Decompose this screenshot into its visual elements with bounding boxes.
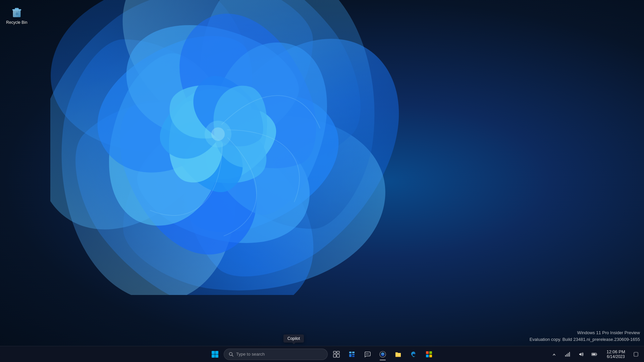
chevron-up-icon [552, 352, 556, 357]
desktop: ♻ Recycle Bin Copilot Windows 11 Pro Ins… [0, 0, 644, 362]
widgets-icon [348, 351, 355, 358]
svg-rect-5 [15, 9, 18, 9]
battery-button[interactable] [589, 348, 600, 361]
recycle-bin-icon[interactable]: ♻ Recycle Bin [3, 3, 30, 27]
network-icon [565, 352, 570, 357]
clock-date: 6/14/2023 [607, 354, 625, 359]
show-hidden-icons-button[interactable] [549, 348, 559, 361]
clock-time: 12:06 PM [606, 349, 625, 354]
search-icon [229, 352, 233, 357]
svg-rect-34 [565, 355, 566, 357]
svg-rect-19 [337, 354, 339, 357]
windows-logo-icon [211, 351, 219, 358]
svg-rect-37 [569, 352, 570, 357]
svg-line-6 [14, 11, 15, 16]
file-explorer-button[interactable] [391, 348, 405, 361]
chat-button[interactable] [361, 348, 374, 361]
svg-rect-41 [634, 352, 638, 356]
svg-text:♻: ♻ [15, 12, 18, 16]
clock-button[interactable]: 12:06 PM 6/14/2023 [602, 349, 629, 360]
svg-rect-35 [567, 354, 567, 357]
svg-rect-12 [212, 354, 215, 358]
svg-rect-21 [352, 352, 355, 353]
copilot-icon [379, 351, 386, 358]
notification-button[interactable] [632, 348, 640, 361]
svg-rect-13 [215, 354, 219, 358]
desktop-icons: ♻ Recycle Bin [3, 3, 30, 27]
start-button[interactable] [208, 348, 222, 361]
svg-point-1 [211, 127, 225, 141]
volume-icon [578, 352, 584, 357]
svg-rect-36 [568, 353, 569, 357]
svg-rect-16 [333, 351, 336, 353]
svg-rect-18 [333, 354, 336, 357]
svg-rect-33 [429, 355, 432, 357]
network-button[interactable] [562, 348, 573, 361]
volume-button[interactable] [576, 348, 586, 361]
store-icon [425, 351, 433, 358]
recycle-bin-image: ♻ [10, 5, 23, 19]
svg-rect-22 [349, 354, 352, 357]
svg-rect-23 [352, 354, 355, 355]
store-button[interactable] [422, 348, 436, 361]
svg-point-27 [368, 353, 369, 354]
search-bar[interactable]: Type to search [224, 349, 328, 360]
svg-point-25 [366, 353, 367, 354]
svg-rect-39 [592, 353, 596, 355]
notification-icon [634, 352, 638, 357]
svg-point-26 [367, 353, 368, 354]
copilot-button[interactable] [376, 348, 389, 361]
taskbar-right: 12:06 PM 6/14/2023 [549, 348, 640, 361]
watermark: Windows 11 Pro Insider Preview Evaluatio… [530, 329, 640, 343]
svg-rect-31 [429, 351, 432, 354]
search-placeholder: Type to search [236, 352, 265, 357]
taskbar: Type to search [0, 346, 644, 362]
recycle-bin-label: Recycle Bin [6, 20, 27, 25]
edge-button[interactable] [407, 348, 420, 361]
svg-rect-20 [349, 352, 352, 353]
svg-rect-40 [596, 354, 597, 355]
task-view-icon [333, 351, 340, 358]
file-explorer-icon [394, 351, 402, 358]
edge-icon [410, 351, 417, 358]
svg-rect-30 [426, 351, 429, 354]
copilot-tooltip: Copilot [283, 335, 304, 343]
battery-icon [591, 352, 597, 356]
task-view-button[interactable] [330, 348, 343, 361]
svg-rect-32 [426, 355, 429, 357]
svg-rect-24 [352, 356, 355, 357]
svg-line-8 [19, 11, 19, 16]
chat-icon [364, 351, 371, 358]
taskbar-center: Type to search [208, 348, 436, 361]
widgets-button[interactable] [345, 348, 359, 361]
svg-rect-17 [337, 351, 339, 353]
svg-rect-11 [215, 351, 219, 354]
svg-point-29 [382, 353, 384, 355]
svg-rect-10 [212, 351, 215, 354]
svg-line-15 [232, 355, 233, 356]
wallpaper [50, 0, 419, 295]
